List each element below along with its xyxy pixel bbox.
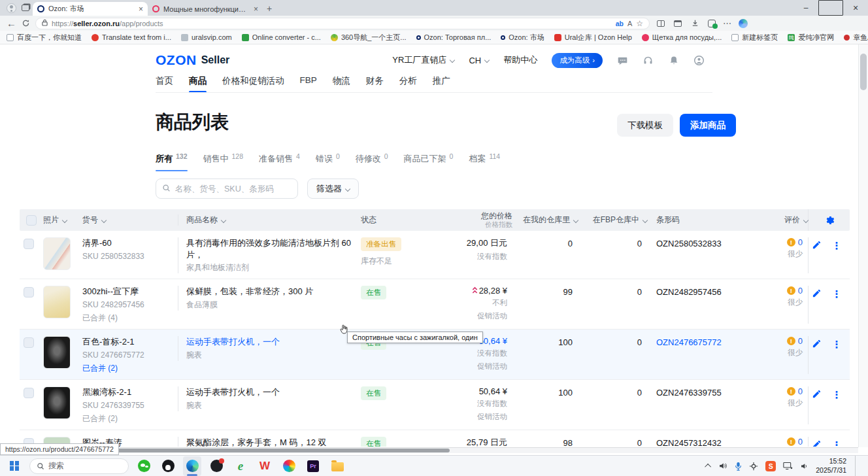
remote-control-icon[interactable] [749,462,758,471]
row-checkbox[interactable] [24,388,34,398]
product-photo[interactable] [43,286,71,318]
add-product-button[interactable]: 添加商品 [680,114,736,137]
barcode-link[interactable]: OZN2476675772 [647,336,752,347]
tab-on-sale[interactable]: 销售中128 [203,153,244,171]
bookmark-item[interactable]: Translate text from i... [92,33,171,41]
row-menu-button[interactable]: ⋮ [832,339,842,349]
qq-icon[interactable] [159,456,177,476]
nav-home[interactable]: 首页 [156,75,173,93]
rating-value[interactable]: 0 [798,237,803,247]
nav-logistics[interactable]: 物流 [333,75,350,93]
color-wheel-app-icon[interactable] [280,456,298,476]
tab-errors[interactable]: 错误0 [316,153,340,171]
rating-value[interactable]: 0 [798,386,803,396]
music-app-icon[interactable] [207,456,225,476]
tab-archive[interactable]: 档案114 [469,153,500,171]
bookmark-item[interactable]: 360导航_一个主页... [331,33,407,42]
new-tab-button[interactable]: + [263,2,276,15]
bookmark-item[interactable]: Ural企库 | Ozon Help [554,33,632,42]
address-bar[interactable]: https://seller.ozon.ru/app/products ab A… [35,18,650,29]
product-name[interactable]: 保鲜膜，包装，非常经济，300 片 [186,286,356,298]
tab-close-icon[interactable]: × [254,5,258,14]
tab-to-fix[interactable]: 待修改0 [356,153,388,171]
col-code[interactable]: 货号 [82,214,178,226]
merged-link[interactable]: 已合并 (2) [82,363,173,374]
bookmark-item[interactable]: Ozon: Торговая пл... [416,33,492,41]
tray-expand-icon[interactable] [707,464,711,468]
notifications-bell-icon[interactable] [668,55,679,66]
collections-icon[interactable] [672,18,684,29]
filters-button[interactable]: 筛选器 [307,178,359,199]
horizontal-scrollbar[interactable] [0,447,858,453]
browser-tab-inactive[interactable]: Мощные многофункциональнь × [148,2,263,16]
row-checkbox[interactable] [24,287,34,298]
browser-menu-icon[interactable]: ⋯ [723,18,732,28]
chat-icon[interactable] [617,55,628,66]
tab-unlisted[interactable]: 商品已下架0 [404,153,454,171]
row-menu-button[interactable]: ⋮ [832,288,842,299]
downloads-icon[interactable] [689,18,701,29]
help-center-link[interactable]: 帮助中心 [503,54,537,66]
extension-icon[interactable] [706,18,718,29]
file-explorer-icon[interactable] [328,456,346,476]
favorite-star-icon[interactable]: ☆ [636,19,643,28]
nav-products[interactable]: 商品 [189,75,207,93]
row-checkbox[interactable] [24,337,34,348]
product-photo[interactable] [43,386,71,419]
support-headset-icon[interactable] [643,55,654,66]
microphone-icon[interactable] [735,462,742,471]
edit-button[interactable] [812,439,822,447]
tab-close-icon[interactable]: × [139,5,143,14]
sunlogin-icon[interactable]: S [765,461,776,471]
premiere-icon[interactable]: Pr [304,456,322,476]
bookmark-item[interactable]: Online converter - c... [242,33,321,41]
product-name[interactable]: 聚氨酯涂层，家务手套，M 码，12 双 [186,437,356,447]
volume-icon[interactable] [718,462,727,470]
translate-icon[interactable]: ab [616,20,624,27]
table-row[interactable]: 300zhi--宣下摩 SKU 2482957456 已合并 (4) 保鲜膜，包… [20,279,850,330]
edit-button[interactable] [812,288,822,300]
edit-button[interactable] [812,389,822,401]
read-aloud-icon[interactable]: A [627,20,632,27]
product-photo[interactable] [43,237,71,270]
product-name-link[interactable]: 运动手表带打火机，一个 [186,336,356,348]
table-row[interactable]: 黑濑湾标-2-1 SKU 2476339755 已合并 (2) 运动手表带打火机… [20,380,850,430]
col-fbp[interactable]: 在FBP仓库中 [578,214,647,226]
copilot-icon[interactable] [737,18,749,29]
row-menu-button[interactable]: ⋮ [832,389,842,400]
bookmark-item[interactable]: Щетка для посуды,... [642,33,722,41]
download-template-button[interactable]: 下载模板 [617,114,673,137]
product-name[interactable]: 运动手表带打火机，一个 [186,386,356,398]
vertical-scrollbar[interactable] [858,44,868,447]
clock[interactable]: 15:52 2025/7/31 [816,457,846,475]
col-stock[interactable]: 在我的仓库里 [512,214,578,226]
rating-value[interactable]: 0 [798,286,803,296]
edge-icon[interactable] [183,456,201,476]
back-icon[interactable]: ← [7,18,16,29]
bookmark-item[interactable]: 纯爱纯净官网 [788,33,834,42]
bookmark-item[interactable]: 新建标签页 [731,33,778,42]
rating-value[interactable]: 0 [798,336,803,346]
minimize-button[interactable]: – [793,0,818,16]
nav-prices-promos[interactable]: 价格和促销活动 [222,75,284,93]
premium-button[interactable]: 成为高级› [552,53,603,68]
col-name[interactable]: 商品名称 [178,214,361,226]
row-menu-button[interactable]: ⋮ [832,240,842,250]
col-photo[interactable]: 照片 [43,214,82,226]
product-name[interactable]: 具有消毒作用的强效多功能清洁地板片剂 60 片， [186,237,356,260]
nav-fbp[interactable]: FBP [300,75,317,93]
workspaces-icon[interactable] [18,1,33,15]
nav-finance[interactable]: 财务 [366,75,384,93]
refresh-icon[interactable] [22,19,30,27]
start-button[interactable] [5,456,24,476]
display-icon[interactable] [783,462,793,470]
row-menu-button[interactable]: ⋮ [832,439,842,447]
bookmark-item[interactable]: 章鱼AI [844,33,868,42]
table-row[interactable]: 图岑--寿涛 SKU 2457312432 已合并 (3) 聚氨酯涂层，家务手套… [20,430,850,447]
table-row[interactable]: 清界-60 SKU 2580532833 具有消毒作用的强效多功能清洁地板片剂 … [20,231,850,279]
row-checkbox[interactable] [24,239,34,249]
product-photo[interactable] [43,336,71,369]
split-screen-icon[interactable] [655,18,667,29]
search-box[interactable] [156,178,298,199]
tab-all[interactable]: 所有132 [156,153,188,171]
